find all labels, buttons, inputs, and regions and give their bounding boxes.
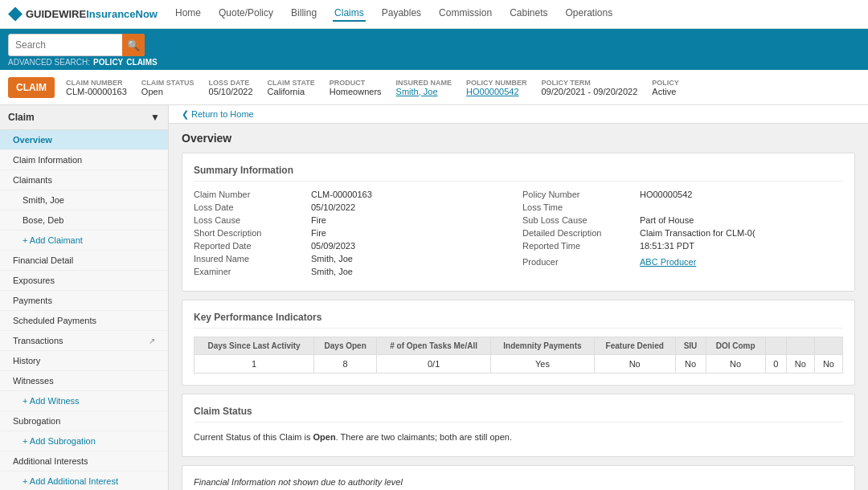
- product-label: Product: [330, 79, 382, 87]
- summary-card-title: Summary Information: [194, 165, 843, 182]
- nav-home[interactable]: Home: [174, 7, 203, 22]
- kpi-col-days-open: Days Open: [314, 337, 377, 355]
- kpi-val-3: 0/1: [377, 355, 491, 374]
- claim-status-field: Claim Status Open: [141, 79, 194, 96]
- nav-claims[interactable]: Claims: [333, 7, 366, 22]
- sidebar-section-label: Claim: [8, 112, 35, 123]
- product-value: Homeowners: [330, 87, 382, 96]
- field-loss-date: Loss Date 05/10/2022: [194, 202, 514, 212]
- sidebar-item-add-witness[interactable]: + Add Witness: [0, 391, 168, 411]
- return-bar: Return to Home: [169, 105, 868, 124]
- sidebar-item-history[interactable]: History: [0, 351, 168, 371]
- sidebar-item-claimants[interactable]: Claimants: [0, 170, 168, 190]
- sidebar-item-claim-information[interactable]: Claim Information: [0, 150, 168, 170]
- nav-commission[interactable]: Commission: [437, 7, 493, 22]
- field-examiner: Examiner Smith, Joe: [194, 267, 514, 276]
- sidebar-item-scheduled-payments[interactable]: Scheduled Payments: [0, 311, 168, 331]
- claim-number-value: CLM-00000163: [66, 87, 127, 96]
- return-to-home-link[interactable]: Return to Home: [182, 109, 254, 119]
- claim-status-label: Claim Status: [141, 79, 194, 87]
- field-label-policy-number: Policy Number: [522, 190, 635, 199]
- insured-name-field: Insured Name Smith, Joe: [396, 79, 452, 96]
- claim-status-text: Current Status of this Claim is Open. Th…: [194, 431, 843, 445]
- nav-payables[interactable]: Payables: [380, 7, 423, 22]
- nav-quotepolicy[interactable]: Quote/Policy: [217, 7, 275, 22]
- insured-name-value[interactable]: Smith, Joe: [396, 87, 452, 96]
- policy-term-field: Policy Term 09/20/2021 - 09/20/2022: [541, 79, 637, 96]
- kpi-val-2: 8: [314, 355, 377, 374]
- sidebar-item-financial-detail[interactable]: Financial Detail: [0, 251, 168, 271]
- nav-items: Home Quote/Policy Billing Claims Payable…: [174, 7, 614, 22]
- field-detailed-description: Detailed Description Claim Transaction f…: [522, 228, 843, 238]
- field-reported-date: Reported Date 05/09/2023: [194, 241, 514, 251]
- nav-cabinets[interactable]: Cabinets: [508, 7, 549, 22]
- top-navigation: GUIDEWIRE InsuranceNow Home Quote/Policy…: [0, 0, 868, 29]
- kpi-val-1: 1: [194, 355, 314, 374]
- sidebar-item-additional-interests[interactable]: Additional Interests: [0, 451, 168, 472]
- field-value-producer[interactable]: ABC Producer: [640, 257, 696, 267]
- policy-number-field: Policy Number HO00000542: [466, 79, 526, 96]
- policy-field: Policy Active: [652, 79, 679, 96]
- sidebar-item-exposures[interactable]: Exposures: [0, 271, 168, 291]
- loss-date-field: Loss Date 05/10/2022: [209, 79, 253, 96]
- insured-name-label: Insured Name: [396, 79, 452, 87]
- kpi-col-10: [814, 337, 842, 355]
- field-value-short-description: Fire: [311, 228, 326, 238]
- sidebar-item-transactions[interactable]: Transactions ↗: [0, 331, 168, 351]
- sidebar-item-add-additional-interest[interactable]: + Add Additional Interest: [0, 472, 168, 490]
- summary-grid: Claim Number CLM-00000163 Loss Date 05/1…: [194, 190, 843, 280]
- field-label-short-description: Short Description: [194, 228, 306, 238]
- advanced-search-claims-link[interactable]: CLAIMS: [126, 58, 157, 67]
- sidebar-item-smith-joe[interactable]: Smith, Joe: [0, 190, 168, 210]
- search-button[interactable]: 🔍: [122, 34, 145, 56]
- kpi-val-6: No: [675, 355, 706, 374]
- nav-billing[interactable]: Billing: [289, 7, 318, 22]
- policy-number-label: Policy Number: [466, 79, 526, 87]
- claim-number-field: Claim Number CLM-00000163: [66, 79, 127, 96]
- advanced-search-policy-link[interactable]: POLICY: [93, 58, 123, 67]
- sidebar-item-payments[interactable]: Payments: [0, 291, 168, 311]
- search-bar-area: 🔍 ADVANCED SEARCH: POLICY CLAIMS: [0, 29, 868, 70]
- policy-number-value[interactable]: HO00000542: [466, 87, 526, 96]
- kpi-table: Days Since Last Activity Days Open # of …: [194, 337, 843, 374]
- field-label-reported-time: Reported Time: [522, 241, 635, 251]
- field-policy-number: Policy Number HO00000542: [522, 190, 843, 199]
- sidebar: Claim ▼ Overview Claim Information Claim…: [0, 105, 169, 490]
- kpi-val-4: Yes: [491, 355, 595, 374]
- field-label-reported-date: Reported Date: [194, 241, 306, 251]
- sidebar-item-bose-deb[interactable]: Bose, Deb: [0, 210, 168, 231]
- claim-state-label: Claim State: [268, 79, 315, 87]
- loss-date-label: Loss Date: [209, 79, 253, 87]
- sidebar-collapse-icon: ▼: [150, 112, 160, 123]
- field-label-producer: Producer: [522, 257, 635, 267]
- loss-date-value: 05/10/2022: [209, 87, 253, 96]
- kpi-val-7: No: [706, 355, 765, 374]
- sidebar-item-overview[interactable]: Overview: [0, 130, 168, 150]
- field-value-reported-date: 05/09/2023: [311, 241, 355, 251]
- sidebar-section-header[interactable]: Claim ▼: [0, 105, 168, 130]
- field-value-sub-loss-cause: Part of House: [640, 215, 694, 225]
- advanced-search-label: ADVANCED SEARCH:: [8, 58, 90, 67]
- kpi-col-siu: SIU: [675, 337, 706, 355]
- sidebar-item-add-subrogation[interactable]: + Add Subrogation: [0, 431, 168, 451]
- field-label-examiner: Examiner: [194, 267, 306, 276]
- field-producer: Producer ABC Producer: [522, 257, 843, 267]
- sidebar-item-witnesses[interactable]: Witnesses: [0, 371, 168, 391]
- nav-operations[interactable]: Operations: [564, 7, 615, 22]
- summary-left-col: Claim Number CLM-00000163 Loss Date 05/1…: [194, 190, 514, 280]
- product-field: Product Homeowners: [330, 79, 382, 96]
- logo-text: GUIDEWIRE: [26, 8, 86, 20]
- kpi-col-9: [786, 337, 814, 355]
- kpi-val-10: No: [814, 355, 842, 374]
- search-input-wrap: 🔍: [8, 34, 145, 56]
- policy-term-value: 09/20/2021 - 09/20/2022: [541, 87, 637, 96]
- claim-badge-row: CLAIM Claim Number CLM-00000163 Claim St…: [0, 70, 868, 105]
- sidebar-item-subrogation[interactable]: Subrogation: [0, 411, 168, 431]
- field-label-insured-name: Insured Name: [194, 254, 306, 263]
- logo: GUIDEWIRE InsuranceNow: [8, 7, 158, 22]
- kpi-data-row: 1 8 0/1 Yes No No No 0 No No: [194, 355, 843, 374]
- logo-product: InsuranceNow: [86, 8, 158, 20]
- claim-status-card: Claim Status Current Status of this Clai…: [182, 394, 855, 457]
- sidebar-item-add-claimant[interactable]: + Add Claimant: [0, 231, 168, 251]
- summary-right-col: Policy Number HO00000542 Loss Time Sub L…: [522, 190, 843, 280]
